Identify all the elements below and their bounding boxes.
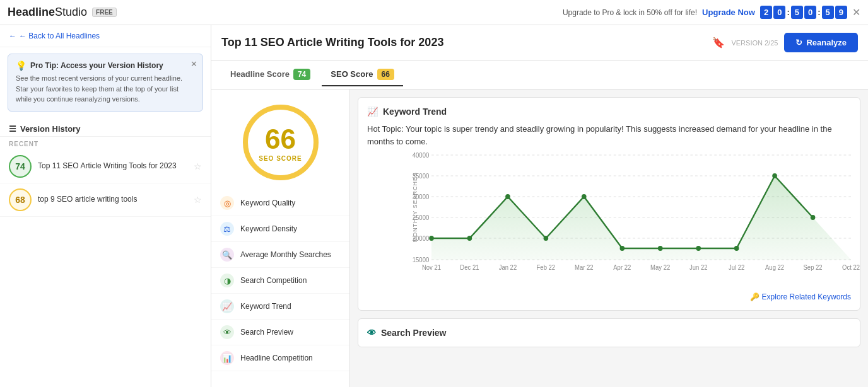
trend-chart: 40000 35000 30000 25000 20000 15000 — [431, 155, 851, 260]
free-badge: FREE — [92, 8, 117, 17]
keyword-trend-icon: 📈 — [220, 299, 234, 313]
pro-tip-box: 💡 Pro Tip: Access your Version History ✕… — [8, 54, 203, 112]
timer-d4: 0 — [804, 6, 816, 19]
svg-text:May 22: May 22 — [650, 264, 670, 271]
hot-topic-text: Hot Topic: Your topic is super trendy an… — [367, 123, 851, 147]
logo-headline: Headline — [8, 6, 55, 18]
tab-headline-score[interactable]: Headline Score 74 — [221, 64, 319, 86]
metric-headline-competition[interactable]: 📊 Headline Competition — [211, 345, 349, 371]
logo-studio: Studio — [55, 6, 87, 18]
timer-d1: 2 — [760, 6, 772, 19]
history-item-2[interactable]: 68 top 9 SEO article writing tools ☆ — [0, 183, 211, 217]
svg-text:Jun 22: Jun 22 — [689, 264, 708, 271]
bookmark-icon[interactable]: 🔖 — [712, 37, 725, 49]
seo-score-circle: 66 SEO SCORE — [243, 105, 319, 180]
history-item[interactable]: 74 Top 11 SEO Article Writing Tools for … — [0, 150, 211, 183]
search-preview-header: 👁 Search Preview — [367, 328, 851, 338]
lightbulb-icon: 💡 — [16, 61, 26, 71]
reanalyze-button[interactable]: ↻ Reanalyze — [784, 33, 858, 52]
metric-keyword-quality-label: Keyword Quality — [240, 199, 295, 207]
score-badge-68: 68 — [9, 188, 32, 211]
seo-score-label: SEO SCORE — [259, 155, 302, 162]
keyword-density-icon: ⚖ — [220, 222, 234, 236]
svg-text:Oct 22: Oct 22 — [842, 264, 860, 271]
topbar-left: HeadlineStudio FREE — [8, 6, 117, 19]
eye-icon: 👁 — [367, 328, 376, 338]
keyword-trend-title: Keyword Trend — [383, 107, 447, 117]
version-history-label: Version History — [20, 124, 80, 134]
metric-keyword-quality[interactable]: ◎ Keyword Quality — [211, 190, 349, 216]
monthly-searches-icon: 🔍 — [220, 248, 234, 262]
upgrade-text: Upgrade to Pro & lock in 50% off for lif… — [563, 8, 697, 17]
svg-point-17 — [582, 194, 587, 199]
timer-colon1: : — [787, 8, 789, 17]
main-layout: ← ← Back to All Headlines 💡 Pro Tip: Acc… — [0, 25, 868, 387]
reanalyze-label: Reanalyze — [806, 38, 847, 47]
refresh-icon: ↻ — [795, 38, 802, 47]
headline-competition-icon: 📊 — [220, 351, 234, 365]
search-competition-icon: ◑ — [220, 274, 234, 287]
metric-search-competition[interactable]: ◑ Search Competition — [211, 268, 349, 294]
metric-headline-competition-label: Headline Competition — [240, 354, 313, 362]
pro-tip-title: Pro Tip: Access your Version History — [30, 61, 163, 70]
timer-d3: 5 — [791, 6, 803, 19]
settings-icon[interactable]: ✕ — [852, 6, 860, 18]
keyword-quality-icon: ◎ — [220, 196, 234, 210]
search-preview-card: 👁 Search Preview — [358, 318, 860, 347]
svg-text:Sep 22: Sep 22 — [804, 264, 823, 271]
svg-text:Apr 22: Apr 22 — [613, 264, 631, 271]
explore-link-label: Explore Related Keywords — [762, 292, 851, 301]
svg-point-23 — [811, 215, 816, 220]
key-icon: 🔑 — [750, 292, 760, 301]
svg-point-22 — [772, 173, 777, 178]
tab-seo-score[interactable]: SEO Score 66 — [322, 64, 403, 86]
metric-search-competition-label: Search Competition — [240, 276, 307, 285]
content-header: Top 11 SEO Article Writing Tools for 202… — [211, 25, 868, 61]
svg-text:Dec 21: Dec 21 — [460, 264, 479, 271]
star-icon-1[interactable]: ☆ — [194, 161, 202, 171]
version-history-header: ☰ Version History — [0, 118, 211, 137]
metric-keyword-density[interactable]: ⚖ Keyword Density — [211, 216, 349, 242]
page-title: Top 11 SEO Article Writing Tools for 202… — [221, 36, 443, 49]
content-header-right: 🔖 VERSION 2/25 ↻ Reanalyze — [712, 33, 858, 52]
svg-point-19 — [658, 246, 663, 251]
recent-label: RECENT — [0, 137, 211, 150]
search-preview-icon: 👁 — [220, 325, 234, 339]
svg-point-15 — [505, 194, 510, 199]
back-link[interactable]: ← ← Back to All Headlines — [0, 25, 211, 47]
svg-point-18 — [619, 246, 625, 251]
metric-keyword-trend[interactable]: 📈 Keyword Trend — [211, 294, 349, 320]
metric-monthly-searches-label: Average Monthly Searches — [240, 250, 331, 259]
tabs-bar: Headline Score 74 SEO Score 66 — [211, 61, 868, 90]
metric-keyword-density-label: Keyword Density — [240, 224, 297, 233]
explore-related-keywords-link[interactable]: 🔑 Explore Related Keywords — [367, 292, 851, 301]
svg-text:Jan 22: Jan 22 — [499, 264, 517, 271]
star-icon-2[interactable]: ☆ — [194, 195, 202, 205]
timer: 2 0 : 5 0 : 5 9 — [760, 6, 847, 19]
svg-text:Aug 22: Aug 22 — [765, 264, 784, 271]
score-badge-74: 74 — [9, 155, 32, 178]
keyword-trend-header: 📈 Keyword Trend — [367, 107, 851, 117]
logo: HeadlineStudio — [8, 6, 87, 19]
version-label: VERSION 2/25 — [731, 39, 778, 47]
svg-text:Jul 22: Jul 22 — [729, 264, 744, 271]
seo-score-badge: 66 — [377, 69, 394, 80]
metric-monthly-searches[interactable]: 🔍 Average Monthly Searches — [211, 242, 349, 268]
svg-text:Feb 22: Feb 22 — [537, 264, 556, 271]
seo-score-number: 66 — [265, 124, 296, 155]
upgrade-link[interactable]: Upgrade Now — [702, 8, 755, 17]
y-axis-label: MONTHLY SEARCHES — [412, 172, 418, 242]
pro-tip-close-button[interactable]: ✕ — [191, 59, 197, 69]
info-panel: 📈 Keyword Trend Hot Topic: Your topic is… — [350, 90, 868, 387]
back-arrow-icon: ← — [9, 32, 16, 40]
metric-search-preview-label: Search Preview — [240, 328, 293, 337]
tab-seo-score-label: SEO Score — [331, 69, 373, 79]
svg-text:Nov 21: Nov 21 — [422, 264, 441, 271]
content-area: Top 11 SEO Article Writing Tools for 202… — [211, 25, 868, 387]
search-preview-title: Search Preview — [381, 328, 447, 338]
headline-score-badge: 74 — [293, 69, 310, 80]
timer-d5: 5 — [822, 6, 834, 19]
trend-chart-icon: 📈 — [367, 107, 378, 117]
sidebar: ← ← Back to All Headlines 💡 Pro Tip: Acc… — [0, 25, 211, 387]
metric-search-preview[interactable]: 👁 Search Preview — [211, 320, 349, 345]
